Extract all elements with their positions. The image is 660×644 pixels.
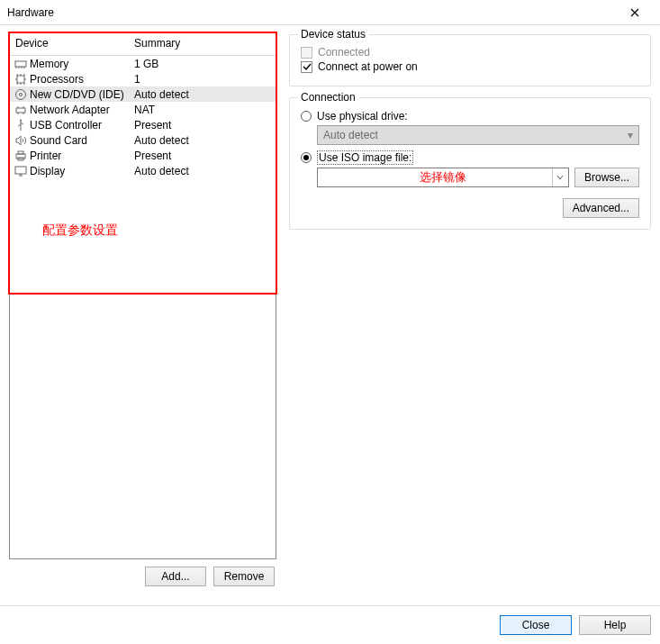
bottom-buttons: Close Help xyxy=(500,615,651,635)
device-row[interactable]: USB ControllerPresent xyxy=(10,117,276,132)
svg-rect-7 xyxy=(18,151,23,154)
device-summary: Auto detect xyxy=(134,134,189,147)
device-row[interactable]: DisplayAuto detect xyxy=(10,163,276,178)
device-row[interactable]: Sound CardAuto detect xyxy=(10,132,276,148)
titlebar: Hardware xyxy=(0,0,660,25)
poweron-checkbox[interactable] xyxy=(301,61,312,73)
printer-icon xyxy=(14,149,28,163)
network-icon xyxy=(14,103,28,117)
usb-icon xyxy=(14,118,28,132)
iso-path-combo[interactable]: 选择镜像 xyxy=(317,168,569,187)
physical-drive-combo: Auto detect ▾ xyxy=(317,125,639,145)
iso-overlay-text: 选择镜像 xyxy=(420,169,466,186)
device-rows: Memory1 GBProcessors1New CD/DVD (IDE)Aut… xyxy=(10,56,276,178)
chevron-down-icon: ▾ xyxy=(628,129,633,141)
device-name: New CD/DVD (IDE) xyxy=(30,88,134,101)
svg-rect-4 xyxy=(16,108,25,113)
device-name: Processors xyxy=(30,73,134,86)
device-summary: NAT xyxy=(134,104,155,116)
svg-point-3 xyxy=(20,93,23,95)
physical-drive-radio-row[interactable]: Use physical drive: xyxy=(301,110,639,122)
device-name: Printer xyxy=(30,150,134,162)
device-row[interactable]: Network AdapterNAT xyxy=(10,102,276,117)
close-icon xyxy=(630,8,639,17)
device-summary: 1 xyxy=(134,73,140,86)
device-summary: Auto detect xyxy=(134,165,189,177)
iso-radio[interactable] xyxy=(301,152,312,163)
device-panel: Device Summary Memory1 GBProcessors1New … xyxy=(9,32,276,586)
iso-label: Use ISO image file: xyxy=(317,150,413,165)
close-button[interactable]: Close xyxy=(500,615,572,635)
poweron-label: Connect at power on xyxy=(318,60,418,73)
device-name: Network Adapter xyxy=(30,104,134,116)
device-buttons: Add... Remove xyxy=(9,567,276,586)
device-list[interactable]: Device Summary Memory1 GBProcessors1New … xyxy=(9,32,276,559)
device-status-group: Device status Connected Connect at power… xyxy=(289,34,651,86)
browse-button[interactable]: Browse... xyxy=(574,168,639,187)
right-panel: Device status Connected Connect at power… xyxy=(289,32,651,586)
physical-drive-label: Use physical drive: xyxy=(317,110,408,122)
device-name: Sound Card xyxy=(30,134,134,147)
advanced-row: Advanced... xyxy=(301,198,639,218)
connection-legend: Connection xyxy=(297,91,359,104)
connected-label: Connected xyxy=(318,46,370,59)
checkmark-icon xyxy=(303,62,312,71)
physical-drive-value: Auto detect xyxy=(323,129,378,141)
svg-rect-9 xyxy=(15,167,26,174)
device-summary: Auto detect xyxy=(134,88,189,101)
annotation-config-label: 配置参数设置 xyxy=(42,222,118,239)
display-icon xyxy=(14,164,28,178)
window-close-button[interactable] xyxy=(617,0,653,24)
header-summary: Summary xyxy=(134,37,180,50)
iso-path-row: 选择镜像 Browse... xyxy=(317,168,639,187)
connection-group: Connection Use physical drive: Auto dete… xyxy=(289,97,651,230)
device-row[interactable]: Memory1 GB xyxy=(10,56,276,71)
device-row[interactable]: Processors1 xyxy=(10,71,276,86)
svg-point-2 xyxy=(16,89,26,99)
device-list-header: Device Summary xyxy=(10,33,276,56)
window-title: Hardware xyxy=(7,6,54,19)
connected-checkbox-row: Connected xyxy=(301,46,639,59)
svg-rect-1 xyxy=(17,76,24,83)
remove-button[interactable]: Remove xyxy=(213,567,275,586)
device-name: USB Controller xyxy=(30,119,134,132)
cpu-icon xyxy=(14,72,28,86)
chevron-down-icon xyxy=(556,174,564,181)
device-status-legend: Device status xyxy=(297,28,369,41)
iso-combo-arrow[interactable] xyxy=(552,168,568,186)
header-device: Device xyxy=(15,37,134,50)
physical-drive-radio[interactable] xyxy=(301,111,312,122)
connected-checkbox xyxy=(301,47,312,59)
svg-point-5 xyxy=(20,119,22,121)
poweron-checkbox-row[interactable]: Connect at power on xyxy=(301,60,639,73)
disc-icon xyxy=(14,87,28,102)
help-button[interactable]: Help xyxy=(579,615,651,635)
sound-icon xyxy=(14,133,28,148)
content-area: Device Summary Memory1 GBProcessors1New … xyxy=(0,25,660,586)
svg-rect-0 xyxy=(15,61,26,67)
advanced-button[interactable]: Advanced... xyxy=(563,198,639,218)
iso-radio-row[interactable]: Use ISO image file: xyxy=(301,150,639,165)
add-button[interactable]: Add... xyxy=(145,567,206,586)
device-row[interactable]: New CD/DVD (IDE)Auto detect xyxy=(10,86,276,102)
device-summary: Present xyxy=(134,119,171,132)
device-name: Display xyxy=(30,165,134,177)
memory-icon xyxy=(14,57,28,71)
device-summary: 1 GB xyxy=(134,58,158,70)
bottom-separator xyxy=(0,605,660,606)
device-row[interactable]: PrinterPresent xyxy=(10,148,276,163)
device-summary: Present xyxy=(134,150,171,162)
radio-dot-icon xyxy=(303,155,309,160)
device-name: Memory xyxy=(30,58,134,70)
